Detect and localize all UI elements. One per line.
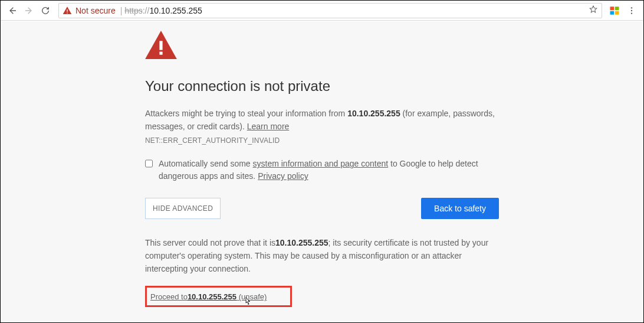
proceed-highlight: Proceed to10.10.255.255 (unsafe) [145, 286, 292, 307]
advanced-explanation: This server could not prove that it is10… [145, 237, 499, 275]
warning-text-a: Attackers might be trying to steal your … [145, 109, 347, 118]
adv-text-a: This server could not prove that it is [145, 238, 275, 247]
arrow-left-icon [8, 6, 17, 15]
opt-text-a: Automatically send some [159, 159, 253, 168]
svg-rect-8 [159, 52, 162, 55]
page-content: Your connection is not private Attackers… [1, 21, 643, 322]
back-button[interactable] [4, 2, 21, 19]
warning-paragraph: Attackers might be trying to steal your … [145, 107, 499, 133]
url-separator: :// [143, 6, 150, 15]
opt-in-row: Automatically send some system informati… [145, 158, 499, 182]
error-code: NET::ERR_CERT_AUTHORITY_INVALID [145, 136, 499, 145]
url-scheme: https [124, 6, 142, 15]
warning-host: 10.10.255.255 [347, 109, 400, 118]
svg-rect-2 [610, 11, 615, 14]
browser-toolbar: Not secure | https://10.10.255.255 [1, 1, 643, 21]
page-title: Your connection is not private [145, 78, 499, 94]
interstitial: Your connection is not private Attackers… [145, 21, 499, 307]
browser-window: Not secure | https://10.10.255.255 Your … [0, 0, 644, 323]
address-bar[interactable]: Not secure | https://10.10.255.255 [58, 3, 602, 18]
forward-button[interactable] [21, 2, 37, 19]
arrow-right-icon [24, 6, 34, 15]
learn-more-link[interactable]: Learn more [247, 122, 290, 131]
bookmark-button[interactable] [589, 5, 598, 16]
dots-vertical-icon [627, 6, 636, 15]
opt-in-checkbox[interactable] [145, 159, 153, 168]
reload-button[interactable] [37, 2, 54, 19]
svg-rect-7 [159, 41, 162, 50]
proceed-host: 10.10.255.255 [188, 292, 236, 301]
button-row: HIDE ADVANCED Back to safety [145, 198, 499, 219]
back-to-safety-button[interactable]: Back to safety [421, 198, 499, 219]
opt-in-text: Automatically send some system informati… [159, 158, 499, 182]
url-host: 10.10.255.255 [149, 6, 202, 15]
adv-host: 10.10.255.255 [275, 238, 328, 247]
svg-point-6 [631, 12, 632, 14]
star-icon [589, 5, 598, 14]
proceed-text-a: Proceed to [150, 292, 188, 301]
warning-triangle-icon [63, 6, 72, 15]
warning-hero-icon [145, 31, 499, 61]
reload-icon [41, 6, 50, 15]
windows-icon[interactable] [608, 4, 621, 17]
svg-point-5 [631, 9, 632, 11]
proceed-link[interactable]: Proceed to10.10.255.255 (unsafe) [150, 292, 267, 301]
svg-rect-0 [610, 6, 615, 10]
svg-rect-3 [615, 11, 619, 14]
separator: | [120, 6, 123, 15]
svg-point-4 [631, 7, 632, 8]
security-label: Not secure [75, 6, 116, 15]
proceed-text-b: (unsafe) [236, 292, 267, 301]
hide-advanced-button[interactable]: HIDE ADVANCED [145, 198, 221, 219]
svg-rect-1 [615, 6, 619, 10]
menu-button[interactable] [623, 2, 640, 19]
system-info-link[interactable]: system information and page content [253, 159, 389, 168]
privacy-policy-link[interactable]: Privacy policy [258, 171, 308, 181]
